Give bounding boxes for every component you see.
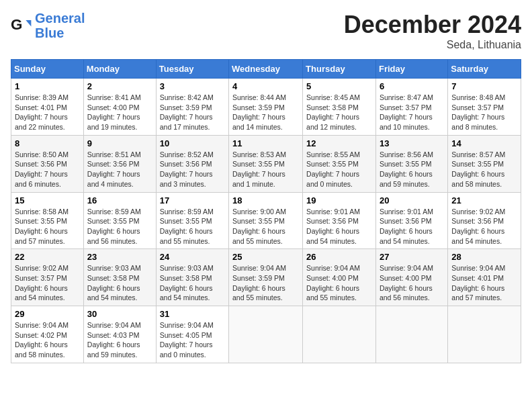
day-info: Sunrise: 8:55 AM Sunset: 3:55 PM Dayligh… — [306, 150, 372, 189]
sunrise-label: Sunrise: 8:58 AM — [15, 208, 69, 216]
day-number: 6 — [380, 81, 444, 91]
day-info: Sunrise: 9:04 AM Sunset: 3:59 PM Dayligh… — [232, 263, 299, 303]
daylight-label: Daylight: 6 hours and 56 minutes. — [87, 227, 140, 245]
sunrise-label: Sunrise: 9:01 AM — [306, 208, 360, 216]
day-number: 5 — [306, 81, 372, 91]
daylight-label: Daylight: 6 hours and 56 minutes. — [380, 284, 433, 302]
daylight-label: Daylight: 6 hours and 55 minutes. — [160, 227, 213, 245]
calendar-cell: 15 Sunrise: 8:58 AM Sunset: 3:55 PM Dayl… — [11, 192, 84, 249]
calendar-cell: 23 Sunrise: 9:03 AM Sunset: 3:58 PM Dayl… — [83, 249, 156, 306]
header-friday: Friday — [375, 60, 447, 79]
daylight-label: Daylight: 6 hours and 55 minutes. — [306, 284, 359, 302]
day-number: 2 — [87, 81, 152, 91]
daylight-label: Daylight: 6 hours and 54 minutes. — [87, 284, 140, 302]
sunrise-label: Sunrise: 9:04 AM — [451, 264, 505, 272]
calendar-cell: 6 Sunrise: 8:47 AM Sunset: 3:57 PM Dayli… — [375, 79, 447, 136]
svg-text:G: G — [11, 16, 22, 33]
sunset-label: Sunset: 3:58 PM — [160, 274, 212, 282]
logo-text: General Blue — [35, 11, 85, 40]
day-number: 25 — [232, 252, 299, 262]
daylight-label: Daylight: 6 hours and 54 minutes. — [451, 227, 504, 245]
daylight-label: Daylight: 7 hours and 19 minutes. — [87, 113, 140, 131]
daylight-label: Daylight: 7 hours and 17 minutes. — [160, 113, 213, 131]
day-number: 12 — [306, 138, 372, 148]
sunset-label: Sunset: 3:55 PM — [306, 160, 359, 168]
day-number: 15 — [15, 195, 80, 205]
calendar-cell: 11 Sunrise: 8:53 AM Sunset: 3:55 PM Dayl… — [229, 135, 303, 192]
sunset-label: Sunset: 3:56 PM — [15, 160, 67, 168]
day-info: Sunrise: 9:04 AM Sunset: 4:00 PM Dayligh… — [306, 263, 372, 303]
calendar-cell: 7 Sunrise: 8:48 AM Sunset: 3:57 PM Dayli… — [448, 79, 521, 136]
title-area: December 2024 Seda, Lithuania — [344, 11, 521, 51]
sunset-label: Sunset: 4:01 PM — [15, 103, 67, 111]
day-info: Sunrise: 8:57 AM Sunset: 3:55 PM Dayligh… — [451, 150, 517, 189]
sunset-label: Sunset: 3:55 PM — [232, 217, 285, 225]
sunset-label: Sunset: 3:59 PM — [232, 103, 285, 111]
daylight-label: Daylight: 7 hours and 1 minute. — [232, 170, 285, 188]
calendar-cell: 12 Sunrise: 8:55 AM Sunset: 3:55 PM Dayl… — [303, 135, 376, 192]
daylight-label: Daylight: 6 hours and 54 minutes. — [15, 284, 68, 302]
day-info: Sunrise: 9:04 AM Sunset: 4:00 PM Dayligh… — [380, 263, 444, 303]
sunrise-label: Sunrise: 8:59 AM — [87, 208, 141, 216]
calendar-cell — [303, 306, 376, 363]
logo: G General Blue — [11, 11, 85, 40]
day-number: 7 — [451, 81, 517, 91]
sunrise-label: Sunrise: 9:02 AM — [15, 264, 69, 272]
sunrise-label: Sunrise: 9:04 AM — [380, 264, 433, 272]
daylight-label: Daylight: 6 hours and 57 minutes. — [451, 284, 504, 302]
sunrise-label: Sunrise: 9:01 AM — [380, 208, 433, 216]
day-number: 20 — [380, 195, 444, 205]
sunset-label: Sunset: 4:00 PM — [306, 274, 359, 282]
daylight-label: Daylight: 6 hours and 55 minutes. — [232, 284, 285, 302]
day-info: Sunrise: 8:56 AM Sunset: 3:55 PM Dayligh… — [380, 150, 444, 189]
day-number: 27 — [380, 252, 444, 262]
day-number: 19 — [306, 195, 372, 205]
calendar-row: 15 Sunrise: 8:58 AM Sunset: 3:55 PM Dayl… — [11, 192, 521, 249]
day-number: 18 — [232, 195, 299, 205]
sunset-label: Sunset: 3:55 PM — [160, 217, 212, 225]
day-number: 9 — [87, 138, 152, 148]
calendar-cell: 10 Sunrise: 8:52 AM Sunset: 3:56 PM Dayl… — [156, 135, 228, 192]
sunrise-label: Sunrise: 8:56 AM — [380, 150, 433, 158]
sunrise-label: Sunrise: 8:55 AM — [306, 150, 360, 158]
daylight-label: Daylight: 6 hours and 55 minutes. — [232, 227, 285, 245]
day-info: Sunrise: 8:59 AM Sunset: 3:55 PM Dayligh… — [160, 207, 225, 246]
day-info: Sunrise: 8:44 AM Sunset: 3:59 PM Dayligh… — [232, 93, 299, 132]
daylight-label: Daylight: 7 hours and 12 minutes. — [306, 113, 359, 131]
sunset-label: Sunset: 3:55 PM — [15, 217, 67, 225]
header-wednesday: Wednesday — [229, 60, 303, 79]
day-info: Sunrise: 9:04 AM Sunset: 4:05 PM Dayligh… — [160, 320, 225, 360]
day-info: Sunrise: 8:41 AM Sunset: 4:00 PM Dayligh… — [87, 93, 152, 132]
calendar-cell: 3 Sunrise: 8:42 AM Sunset: 3:59 PM Dayli… — [156, 79, 228, 136]
calendar-cell: 26 Sunrise: 9:04 AM Sunset: 4:00 PM Dayl… — [303, 249, 376, 306]
day-info: Sunrise: 9:03 AM Sunset: 3:58 PM Dayligh… — [87, 263, 152, 303]
day-info: Sunrise: 9:01 AM Sunset: 3:56 PM Dayligh… — [306, 207, 372, 246]
calendar-row: 1 Sunrise: 8:39 AM Sunset: 4:01 PM Dayli… — [11, 79, 521, 136]
sunrise-label: Sunrise: 8:41 AM — [87, 93, 141, 101]
daylight-label: Daylight: 6 hours and 57 minutes. — [15, 227, 68, 245]
daylight-label: Daylight: 7 hours and 0 minutes. — [306, 170, 359, 188]
calendar-cell: 27 Sunrise: 9:04 AM Sunset: 4:00 PM Dayl… — [375, 249, 447, 306]
sunset-label: Sunset: 4:03 PM — [87, 331, 140, 339]
sunrise-label: Sunrise: 9:00 AM — [232, 208, 286, 216]
sunset-label: Sunset: 3:59 PM — [160, 103, 212, 111]
daylight-label: Daylight: 6 hours and 59 minutes. — [380, 170, 433, 188]
sunrise-label: Sunrise: 9:04 AM — [15, 321, 69, 329]
sunrise-label: Sunrise: 8:48 AM — [451, 93, 505, 101]
sunrise-label: Sunrise: 9:02 AM — [451, 208, 505, 216]
calendar-cell: 13 Sunrise: 8:56 AM Sunset: 3:55 PM Dayl… — [375, 135, 447, 192]
day-info: Sunrise: 8:47 AM Sunset: 3:57 PM Dayligh… — [380, 93, 444, 132]
sunset-label: Sunset: 4:05 PM — [160, 331, 212, 339]
calendar-cell: 9 Sunrise: 8:51 AM Sunset: 3:56 PM Dayli… — [83, 135, 156, 192]
day-number: 23 — [87, 252, 152, 262]
svg-marker-1 — [26, 20, 31, 27]
day-info: Sunrise: 9:01 AM Sunset: 3:56 PM Dayligh… — [380, 207, 444, 246]
sunset-label: Sunset: 3:59 PM — [232, 274, 285, 282]
calendar-row: 22 Sunrise: 9:02 AM Sunset: 3:57 PM Dayl… — [11, 249, 521, 306]
day-info: Sunrise: 8:50 AM Sunset: 3:56 PM Dayligh… — [15, 150, 80, 189]
day-info: Sunrise: 8:39 AM Sunset: 4:01 PM Dayligh… — [15, 93, 80, 132]
calendar-cell: 4 Sunrise: 8:44 AM Sunset: 3:59 PM Dayli… — [229, 79, 303, 136]
day-number: 16 — [87, 195, 152, 205]
day-number: 17 — [160, 195, 225, 205]
day-number: 13 — [380, 138, 444, 148]
